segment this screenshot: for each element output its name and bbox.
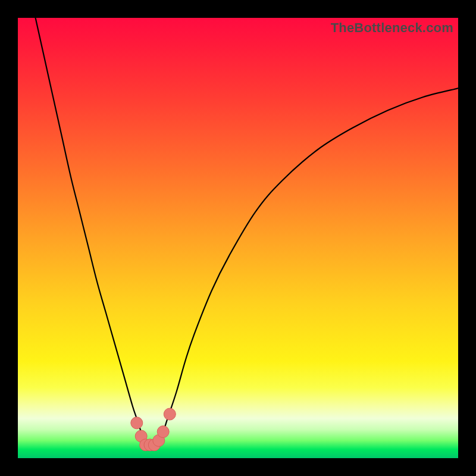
bottleneck-curve <box>18 18 458 458</box>
curve-path <box>36 18 458 446</box>
optimum-marker <box>157 426 169 438</box>
optimum-markers <box>131 408 176 451</box>
optimum-marker <box>164 408 176 420</box>
chart-frame: TheBottleneck.com <box>0 0 476 476</box>
optimum-marker <box>131 417 143 429</box>
plot-area: TheBottleneck.com <box>18 18 458 458</box>
